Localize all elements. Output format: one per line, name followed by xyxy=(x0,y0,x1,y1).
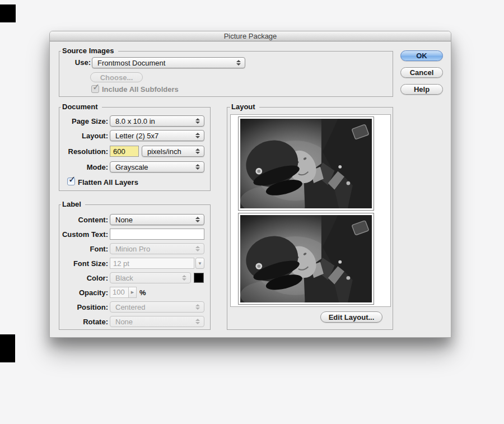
page-size-value: 8.0 x 10.0 in xyxy=(115,117,155,125)
include-subfolders-checkbox[interactable]: ✓ xyxy=(91,85,99,93)
combo-arrow-icon: ▼ xyxy=(198,261,202,266)
image-corner-artifact-top xyxy=(0,4,16,22)
font-size-value: 12 pt xyxy=(113,259,129,268)
font-label: Font: xyxy=(52,245,108,253)
color-label: Color: xyxy=(52,274,108,282)
ok-button[interactable]: OK xyxy=(400,50,443,61)
content-label: Content: xyxy=(52,216,108,224)
cancel-button[interactable]: Cancel xyxy=(400,67,443,78)
label-legend: Label xyxy=(61,199,85,209)
resolution-unit-select[interactable]: pixels/inch xyxy=(142,146,204,157)
color-select[interactable]: Black xyxy=(110,272,191,283)
font-size-field[interactable]: 12 pt xyxy=(110,258,194,269)
image-corner-artifact-middle xyxy=(0,334,15,362)
page-size-label: Page Size: xyxy=(52,117,108,125)
popup-stepper-icon xyxy=(195,133,200,138)
resolution-label: Resolution: xyxy=(52,147,108,156)
flatten-all-layers-checkbox[interactable]: ✓ xyxy=(67,178,75,185)
position-label: Position: xyxy=(52,303,108,311)
page-size-select[interactable]: 8.0 x 10.0 in xyxy=(110,115,204,127)
popup-stepper-icon xyxy=(195,217,200,222)
opacity-field[interactable]: 100 ▶ xyxy=(110,287,137,298)
popup-stepper-icon xyxy=(182,275,186,281)
slider-arrow-icon[interactable]: ▶ xyxy=(128,287,136,297)
popup-stepper-icon xyxy=(236,60,241,66)
font-select[interactable]: Minion Pro xyxy=(110,243,204,254)
opacity-unit-label: % xyxy=(139,288,146,297)
font-size-label: Font Size: xyxy=(52,259,108,268)
position-value: Centered xyxy=(115,303,145,311)
choose-button[interactable]: Choose... xyxy=(90,72,143,82)
soldier-portrait-image xyxy=(240,119,372,208)
opacity-label: Opacity: xyxy=(52,288,108,297)
opacity-value: 100 xyxy=(110,287,128,297)
layout-preview-photo-1 xyxy=(238,117,374,211)
layout-value: Letter (2) 5x7 xyxy=(115,132,158,140)
popup-stepper-icon xyxy=(195,164,200,170)
popup-stepper-icon xyxy=(195,246,200,251)
include-subfolders-label: Include All Subfolders xyxy=(102,85,179,94)
rotate-label: Rotate: xyxy=(52,318,108,326)
soldier-portrait-image xyxy=(240,215,372,302)
checkmark-icon: ✓ xyxy=(92,82,100,92)
mode-select[interactable]: Grayscale xyxy=(110,161,204,173)
content-value: None xyxy=(115,216,133,224)
custom-text-input[interactable] xyxy=(110,229,204,240)
mode-value: Grayscale xyxy=(115,163,148,171)
dialog-title: Picture Package xyxy=(224,32,277,40)
layout-legend: Layout xyxy=(230,102,259,111)
popup-stepper-icon xyxy=(195,148,200,154)
mode-label: Mode: xyxy=(52,163,108,171)
dialog-titlebar[interactable]: Picture Package xyxy=(50,31,451,41)
popup-stepper-icon xyxy=(195,319,200,324)
color-value: Black xyxy=(115,274,133,282)
use-select[interactable]: Frontmost Document xyxy=(92,57,245,68)
custom-text-label: Custom Text: xyxy=(52,230,108,239)
font-size-dropdown-button[interactable]: ▼ xyxy=(195,258,204,269)
rotate-select[interactable]: None xyxy=(110,316,204,327)
layout-label: Layout: xyxy=(52,132,108,140)
layout-select[interactable]: Letter (2) 5x7 xyxy=(110,130,204,141)
color-swatch[interactable] xyxy=(194,273,204,283)
popup-stepper-icon xyxy=(195,304,200,310)
help-button[interactable]: Help xyxy=(400,84,443,95)
source-images-legend: Source Images xyxy=(61,46,118,55)
layout-preview-photo-2 xyxy=(238,213,374,305)
resolution-unit-value: pixels/inch xyxy=(147,147,181,156)
picture-package-dialog: Picture Package OK Cancel Help Source Im… xyxy=(49,31,451,338)
use-label: Use: xyxy=(54,58,91,67)
resolution-input[interactable] xyxy=(110,146,139,157)
popup-stepper-icon xyxy=(195,118,200,124)
flatten-all-layers-label: Flatten All Layers xyxy=(78,178,138,187)
edit-layout-button[interactable]: Edit Layout... xyxy=(320,311,382,323)
position-select[interactable]: Centered xyxy=(110,301,204,313)
rotate-value: None xyxy=(115,318,133,326)
checkmark-icon: ✓ xyxy=(68,174,76,185)
content-select[interactable]: None xyxy=(110,214,204,225)
document-legend: Document xyxy=(61,102,102,111)
use-select-value: Frontmost Document xyxy=(97,59,165,67)
font-value: Minion Pro xyxy=(115,245,150,253)
